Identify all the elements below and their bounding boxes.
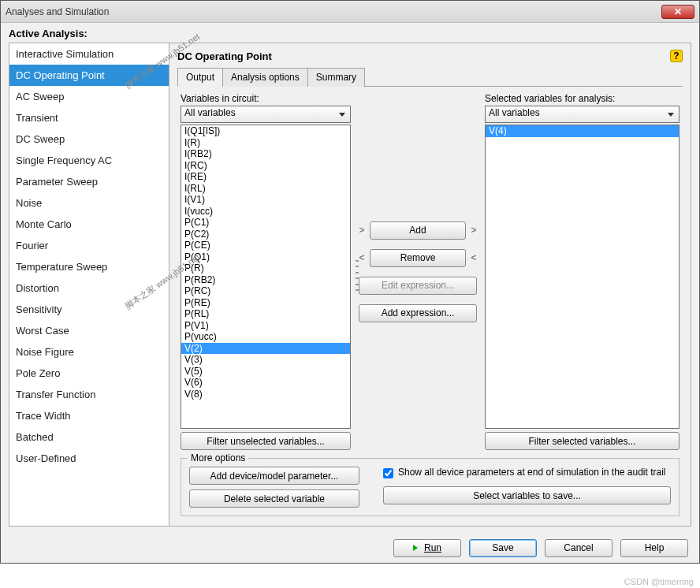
show-all-parameters-checkbox-row[interactable]: Show all device parameters at end of sim… — [383, 467, 671, 478]
csdn-attribution: CSDN @timerring — [624, 577, 694, 586]
sidebar-item-noise-figure[interactable]: Noise Figure — [9, 341, 169, 363]
sidebar-item-dc-sweep[interactable]: DC Sweep — [9, 128, 169, 150]
show-all-parameters-label: Show all device parameters at end of sim… — [398, 467, 666, 478]
delete-selected-variable-button[interactable]: Delete selected variable — [189, 489, 359, 508]
list-item[interactable]: P(R) — [181, 262, 350, 274]
selected-variables-listbox[interactable]: V(4) — [485, 125, 680, 429]
sidebar-item-sensitivity[interactable]: Sensitivity — [9, 299, 169, 320]
list-item[interactable]: I(RL) — [181, 183, 350, 195]
list-item[interactable]: P(vucc) — [181, 331, 350, 343]
list-item[interactable]: P(V1) — [181, 320, 350, 332]
play-icon — [413, 545, 418, 551]
tab-summary[interactable]: Summary — [307, 68, 365, 87]
dialog-footer: Run Save Cancel Help — [1, 533, 699, 563]
sidebar-item-transient[interactable]: Transient — [9, 107, 169, 128]
dialog-body: Interactive SimulationDC Operating Point… — [1, 43, 699, 533]
list-item[interactable]: I(Q1[IS]) — [181, 125, 350, 137]
list-item[interactable]: P(C1) — [181, 217, 350, 229]
list-item[interactable]: I(RB2) — [181, 148, 350, 160]
save-button[interactable]: Save — [469, 539, 537, 557]
list-item[interactable]: V(5) — [181, 366, 350, 378]
sidebar-item-distortion[interactable]: Distortion — [9, 277, 169, 299]
add-expression-button[interactable]: Add expression... — [359, 304, 477, 322]
sidebar-item-single-frequency-ac[interactable]: Single Frequency AC — [9, 150, 169, 171]
list-item[interactable]: V(2) — [181, 343, 350, 355]
list-item[interactable]: P(RL) — [181, 308, 350, 320]
close-icon: ✕ — [674, 6, 682, 17]
main-panel: DC Operating Point ? OutputAnalysis opti… — [169, 43, 691, 527]
sidebar-item-temperature-sweep[interactable]: Temperature Sweep — [9, 256, 169, 277]
tab-bar: OutputAnalysis optionsSummary — [177, 67, 683, 87]
add-button[interactable]: Add — [370, 221, 466, 240]
list-item[interactable]: V(3) — [181, 354, 350, 366]
tab-analysis-options[interactable]: Analysis options — [222, 68, 308, 87]
variables-in-circuit-label: Variables in circuit: — [181, 93, 351, 104]
add-device-parameter-button[interactable]: Add device/model parameter... — [189, 467, 359, 485]
cancel-button[interactable]: Cancel — [545, 539, 612, 557]
list-item[interactable]: P(RB2) — [181, 274, 350, 286]
help-button[interactable]: Help — [620, 539, 688, 557]
more-options-legend: More options — [188, 452, 248, 463]
main-title: DC Operating Point — [177, 50, 670, 62]
sidebar-item-batched[interactable]: Batched — [9, 426, 169, 448]
list-item[interactable]: V(4) — [486, 125, 679, 137]
list-item[interactable]: I(RC) — [181, 160, 350, 172]
list-item[interactable]: P(RE) — [181, 297, 350, 309]
list-item[interactable]: P(Q1) — [181, 251, 350, 263]
list-item[interactable]: P(RC) — [181, 285, 350, 297]
sidebar-item-trace-width[interactable]: Trace Width — [9, 405, 169, 426]
run-button[interactable]: Run — [393, 539, 461, 557]
edit-expression-button[interactable]: Edit expression... — [359, 277, 477, 295]
sidebar-item-pole-zero[interactable]: Pole Zero — [9, 363, 169, 384]
active-analysis-header: Active Analysis: — [1, 23, 699, 43]
analysis-sidebar: Interactive SimulationDC Operating Point… — [9, 43, 169, 527]
chevron-left-icon: < — [471, 252, 477, 263]
chevron-right-icon: > — [359, 225, 365, 236]
sidebar-item-parameter-sweep[interactable]: Parameter Sweep — [9, 171, 169, 192]
remove-button[interactable]: Remove — [370, 249, 466, 267]
list-item[interactable]: I(vucc) — [181, 206, 350, 218]
selected-variables-label: Selected variables for analysis: — [485, 93, 680, 104]
filter-selected-button[interactable]: Filter selected variables... — [485, 432, 680, 450]
sidebar-item-user-defined[interactable]: User-Defined — [9, 448, 169, 469]
list-item[interactable]: I(R) — [181, 137, 350, 149]
help-icon[interactable]: ? — [670, 50, 683, 62]
window-title: Analyses and Simulation — [6, 6, 661, 17]
titlebar: Analyses and Simulation ✕ — [1, 1, 699, 23]
output-tab-content: Variables in circuit: All variables I(Q1… — [177, 87, 683, 519]
close-button[interactable]: ✕ — [661, 5, 694, 19]
chevron-right-icon: > — [471, 225, 477, 236]
transfer-controls: >Add> <Remove< Edit expression... Add ex… — [359, 93, 477, 450]
tab-output[interactable]: Output — [177, 68, 223, 87]
sidebar-item-fourier[interactable]: Fourier — [9, 235, 169, 256]
select-variables-to-save-button[interactable]: Select variables to save... — [383, 486, 671, 504]
list-item[interactable]: V(8) — [181, 389, 350, 400]
sidebar-item-transfer-function[interactable]: Transfer Function — [9, 384, 169, 405]
list-item[interactable]: V(6) — [181, 377, 350, 389]
sidebar-item-noise[interactable]: Noise — [9, 192, 169, 214]
show-all-parameters-checkbox[interactable] — [383, 468, 393, 478]
filter-unselected-button[interactable]: Filter unselected variables... — [181, 432, 351, 450]
right-vars-combo[interactable]: All variables — [485, 106, 680, 123]
list-item[interactable]: I(V1) — [181, 194, 350, 206]
list-item[interactable]: P(C2) — [181, 229, 350, 240]
more-options-group: More options Add device/model parameter.… — [181, 458, 680, 516]
sidebar-item-dc-operating-point[interactable]: DC Operating Point — [9, 65, 169, 86]
analyses-simulation-window: Analyses and Simulation ✕ Active Analysi… — [0, 0, 700, 564]
sidebar-item-worst-case[interactable]: Worst Case — [9, 320, 169, 341]
sidebar-item-interactive-simulation[interactable]: Interactive Simulation — [9, 43, 169, 65]
sidebar-item-ac-sweep[interactable]: AC Sweep — [9, 86, 169, 107]
circuit-variables-listbox[interactable]: I(Q1[IS])I(R)I(RB2)I(RC)I(RE)I(RL)I(V1)I… — [181, 125, 351, 429]
list-item[interactable]: I(RE) — [181, 171, 350, 183]
sidebar-item-monte-carlo[interactable]: Monte Carlo — [9, 214, 169, 235]
list-item[interactable]: P(CE) — [181, 240, 350, 251]
left-vars-combo[interactable]: All variables — [181, 106, 351, 123]
